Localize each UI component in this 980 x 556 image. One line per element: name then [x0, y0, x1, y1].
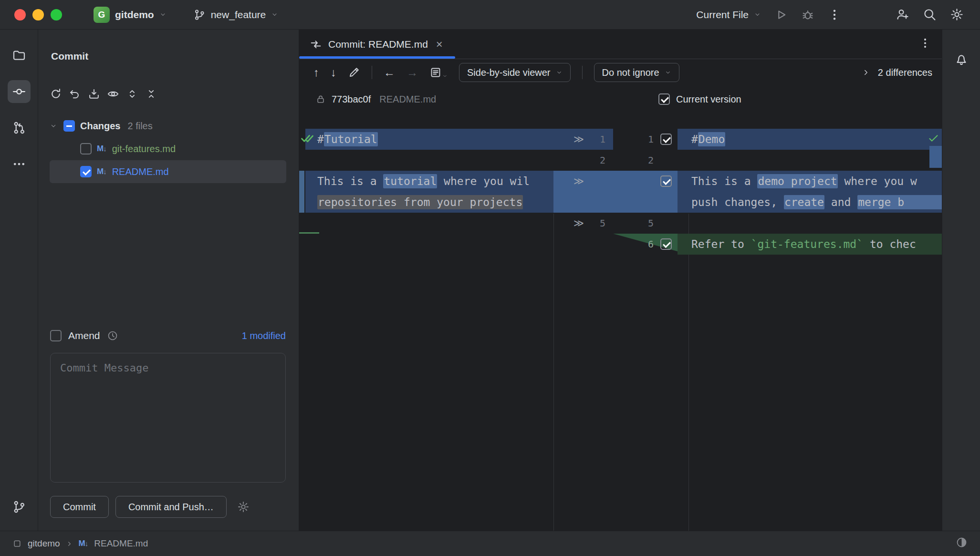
diff-icon	[310, 38, 322, 51]
commit-tool-button[interactable]	[8, 80, 31, 103]
more-tool-windows-button[interactable]	[8, 153, 31, 175]
expand-all-icon[interactable]	[126, 88, 138, 100]
tab-commit-readme[interactable]: Commit: README.md ×	[299, 30, 455, 59]
previous-difference-icon[interactable]: ↑	[313, 67, 319, 78]
commit-message-input[interactable]	[51, 353, 285, 482]
differences-count: 2 differences	[878, 67, 932, 78]
chevron-down-icon	[754, 11, 761, 18]
right-gutter-2: 2	[613, 150, 678, 171]
project-tool-button[interactable]	[8, 44, 31, 67]
project-square-icon	[12, 539, 22, 548]
changes-group-label: Changes	[80, 121, 120, 132]
changes-group-checkbox[interactable]	[63, 120, 75, 132]
add-user-icon[interactable]	[896, 8, 909, 21]
ignore-mode-dropdown[interactable]: Do not ignore	[594, 63, 679, 82]
gutter-gap	[678, 192, 689, 213]
current-version-checkbox[interactable]	[658, 93, 670, 105]
edit-pencil-icon[interactable]	[348, 66, 360, 79]
breadcrumb-file[interactable]: README.md	[94, 538, 148, 549]
changes-tree: Changes 2 files M↓ git-features.md M↓ RE…	[38, 114, 299, 183]
chevron-down-icon	[665, 69, 671, 76]
window-zoom-button[interactable]	[51, 9, 62, 21]
commit-panel-title: Commit	[51, 51, 88, 62]
amend-row: Amend 1 modified	[50, 324, 286, 347]
left-line-2	[305, 150, 553, 171]
run-icon[interactable]	[774, 8, 788, 21]
commit-options-gear-icon[interactable]	[237, 501, 250, 513]
navigate-chunk-icon[interactable]: ≫	[573, 175, 588, 187]
right-line-4: push changes, create and merge b	[689, 192, 942, 213]
file-checkbox[interactable]	[80, 166, 92, 177]
branch-icon	[12, 500, 26, 514]
chevron-right-icon[interactable]	[862, 68, 870, 77]
branch-selector[interactable]: new_feature	[193, 9, 279, 21]
navigate-chunk-icon[interactable]: ≫	[573, 217, 588, 229]
changes-group-row[interactable]: Changes 2 files	[38, 114, 299, 137]
commit-and-push-button[interactable]: Commit and Push…	[115, 496, 227, 518]
debug-icon[interactable]	[801, 8, 814, 21]
diff-row-6: 6 Refer to `git-features.md` to chec	[299, 234, 942, 255]
forward-icon: →	[407, 67, 418, 78]
more-options-icon[interactable]	[828, 8, 841, 21]
file-status-modified-icon: M↓	[79, 539, 89, 548]
include-chunk-checkbox[interactable]	[660, 238, 672, 250]
settings-gear-icon[interactable]	[950, 8, 964, 21]
contrast-theme-icon[interactable]	[956, 536, 968, 548]
left-tool-strip	[0, 30, 38, 531]
version-control-tool-button[interactable]	[8, 495, 31, 518]
file-status-modified-icon: M↓	[97, 167, 107, 176]
run-config-selector[interactable]: Current File	[696, 9, 761, 21]
back-icon[interactable]: ←	[384, 67, 395, 78]
left-gutter-5: ≫5	[553, 213, 613, 234]
include-chunk-checkbox[interactable]	[660, 134, 672, 145]
notifications-button[interactable]	[950, 48, 973, 71]
chevron-down-icon[interactable]	[50, 122, 57, 130]
commit-panel: Commit Changes 2 files M↓ git-features.m…	[38, 30, 299, 531]
viewer-mode-dropdown[interactable]: Side-by-side viewer	[459, 63, 571, 82]
chevron-down-icon	[556, 69, 563, 76]
commit-icon	[12, 84, 26, 99]
diff-view: #Tutorial ≫1 1 #Demo 2 2 This is a tutor…	[299, 129, 942, 255]
project-selector[interactable]: G gitdemo	[94, 7, 167, 23]
navigate-chunk-icon[interactable]: ≫	[573, 134, 588, 145]
pull-requests-tool-button[interactable]	[8, 116, 31, 139]
changed-word: Tutorial	[324, 132, 378, 146]
file-checkbox[interactable]	[80, 143, 92, 154]
commit-toolbar	[50, 88, 157, 100]
window-close-button[interactable]	[14, 9, 26, 21]
file-row-readme[interactable]: M↓ README.md	[50, 160, 286, 183]
ignore-mode-label: Do not ignore	[602, 67, 659, 78]
viewer-mode-label: Side-by-side viewer	[467, 67, 551, 78]
diff-preview-list-icon[interactable]	[429, 66, 442, 79]
right-line-1: #Demo	[689, 129, 942, 150]
amend-checkbox[interactable]	[50, 330, 62, 341]
history-clock-icon[interactable]	[107, 330, 118, 341]
toolbar-separator	[372, 66, 372, 79]
current-version-toggle[interactable]: Current version	[658, 93, 741, 105]
refresh-icon[interactable]	[50, 88, 62, 100]
status-bar: gitdemo M↓ README.md	[0, 531, 980, 556]
tab-options-kebab-icon[interactable]	[919, 37, 931, 49]
file-row-git-features[interactable]: M↓ git-features.md	[50, 137, 286, 160]
pane-divider	[553, 214, 554, 556]
current-version-label: Current version	[676, 94, 741, 105]
show-diff-eye-icon[interactable]	[107, 88, 119, 100]
right-gutter-3	[613, 171, 678, 192]
gutter-gap	[678, 129, 689, 150]
close-icon[interactable]: ×	[436, 39, 443, 50]
window-minimize-button[interactable]	[32, 9, 44, 21]
shelve-icon[interactable]	[88, 88, 100, 100]
right-line-6: Refer to `git-features.md` to chec	[689, 234, 942, 255]
insertion-marker	[299, 232, 319, 234]
modified-files-link[interactable]: 1 modified	[242, 330, 286, 341]
collapse-all-icon[interactable]	[145, 88, 157, 100]
rollback-icon[interactable]	[69, 88, 81, 100]
search-icon[interactable]	[923, 8, 937, 21]
commit-button[interactable]: Commit	[50, 496, 109, 518]
revision-file-name: README.md	[379, 94, 436, 105]
left-line-5	[305, 213, 553, 234]
breadcrumb-project[interactable]: gitdemo	[28, 538, 60, 549]
next-difference-icon[interactable]: ↓	[331, 67, 336, 78]
diff-row-4: repositories from your projects push cha…	[299, 192, 942, 213]
include-chunk-checkbox[interactable]	[660, 175, 672, 187]
